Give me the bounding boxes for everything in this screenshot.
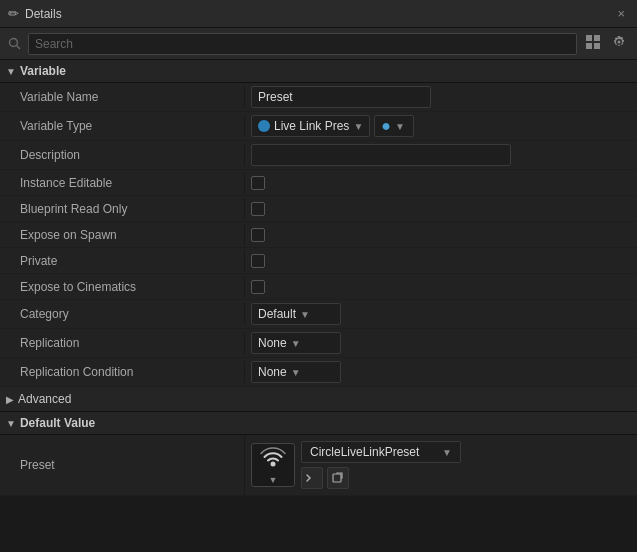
- instance-editable-row: Instance Editable: [0, 170, 637, 196]
- variable-type-value: Live Link Pres ▼ ● ▼: [245, 112, 637, 140]
- preset-dropdown-text: CircleLiveLinkPreset: [310, 445, 419, 459]
- replication-condition-dropdown[interactable]: None ▼: [251, 361, 341, 383]
- description-row: Description: [0, 141, 637, 170]
- search-icon: [8, 37, 22, 51]
- panel-title: Details: [25, 7, 613, 21]
- advanced-section-label: Advanced: [18, 392, 71, 406]
- expose-cinematics-label: Expose to Cinematics: [0, 276, 245, 298]
- replication-condition-dropdown-arrow-icon: ▼: [291, 367, 301, 378]
- default-value-arrow-icon: ▼: [6, 418, 16, 429]
- browse-preset-button[interactable]: [301, 467, 323, 489]
- arrow-down-icon: ▼: [269, 475, 278, 485]
- variable-name-row: Variable Name: [0, 83, 637, 112]
- preset-value: ▼ CircleLiveLinkPreset ▼: [245, 435, 637, 495]
- blueprint-readonly-checkbox[interactable]: [251, 202, 265, 216]
- variable-type-label: Variable Type: [0, 115, 245, 137]
- open-preset-button[interactable]: [327, 467, 349, 489]
- preset-controls: CircleLiveLinkPreset ▼: [301, 441, 461, 489]
- private-label: Private: [0, 250, 245, 272]
- private-checkbox[interactable]: [251, 254, 265, 268]
- expose-cinematics-row: Expose to Cinematics: [0, 274, 637, 300]
- preset-action-row: [301, 467, 461, 489]
- variable-name-value: [245, 83, 637, 111]
- expose-cinematics-checkbox[interactable]: [251, 280, 265, 294]
- instance-editable-label: Instance Editable: [0, 172, 245, 194]
- preset-label: Preset: [0, 435, 245, 495]
- default-value-section-label: Default Value: [20, 416, 95, 430]
- category-dropdown-arrow-icon: ▼: [300, 309, 310, 320]
- search-bar: [0, 28, 637, 60]
- expose-cinematics-value: [245, 277, 637, 297]
- svg-rect-3: [594, 35, 600, 41]
- replication-condition-dropdown-text: None: [258, 365, 287, 379]
- private-value: [245, 251, 637, 271]
- replication-dropdown[interactable]: None ▼: [251, 332, 341, 354]
- signal-icon: [259, 446, 287, 474]
- advanced-arrow-icon: ▶: [6, 394, 14, 405]
- replication-dropdown-arrow-icon: ▼: [291, 338, 301, 349]
- variable-name-label: Variable Name: [0, 86, 245, 108]
- instance-editable-checkbox[interactable]: [251, 176, 265, 190]
- replication-condition-row: Replication Condition None ▼: [0, 358, 637, 387]
- blueprint-readonly-label: Blueprint Read Only: [0, 198, 245, 220]
- default-value-section-header[interactable]: ▼ Default Value: [0, 412, 637, 435]
- settings-icon[interactable]: [609, 32, 629, 55]
- svg-point-6: [271, 461, 276, 466]
- open-icon: [331, 471, 345, 485]
- description-value: [245, 141, 637, 169]
- preset-row: Preset ▼ CircleLiveLinkPreset ▼: [0, 435, 637, 496]
- svg-rect-2: [586, 35, 592, 41]
- type-dropdown-label: Live Link Pres: [274, 119, 349, 133]
- replication-condition-label: Replication Condition: [0, 361, 245, 383]
- type-extra-icon: ●: [381, 117, 391, 135]
- variable-type-dropdown[interactable]: Live Link Pres ▼: [251, 115, 370, 137]
- category-label: Category: [0, 303, 245, 325]
- advanced-section-header[interactable]: ▶ Advanced: [0, 387, 637, 412]
- pencil-icon: ✏: [8, 6, 19, 21]
- category-value: Default ▼: [245, 300, 637, 328]
- content-area: ▼ Variable Variable Name Variable Type L…: [0, 60, 637, 552]
- svg-line-1: [17, 45, 21, 49]
- variable-type-extra-dropdown[interactable]: ● ▼: [374, 115, 414, 137]
- preset-dropdown-arrow-icon: ▼: [442, 447, 452, 458]
- type-dropdown-arrow-icon: ▼: [353, 121, 363, 132]
- type-color-icon: [258, 120, 270, 132]
- variable-section-label: Variable: [20, 64, 66, 78]
- private-row: Private: [0, 248, 637, 274]
- blueprint-readonly-value: [245, 199, 637, 219]
- category-row: Category Default ▼: [0, 300, 637, 329]
- description-input[interactable]: [251, 144, 511, 166]
- replication-dropdown-text: None: [258, 336, 287, 350]
- blueprint-readonly-row: Blueprint Read Only: [0, 196, 637, 222]
- expose-spawn-label: Expose on Spawn: [0, 224, 245, 246]
- close-button[interactable]: ×: [613, 4, 629, 23]
- variable-section-header[interactable]: ▼ Variable: [0, 60, 637, 83]
- browse-icon: [305, 471, 319, 485]
- expose-spawn-checkbox[interactable]: [251, 228, 265, 242]
- search-input[interactable]: [28, 33, 577, 55]
- description-label: Description: [0, 144, 245, 166]
- expose-spawn-row: Expose on Spawn: [0, 222, 637, 248]
- replication-value: None ▼: [245, 329, 637, 357]
- expose-spawn-value: [245, 225, 637, 245]
- svg-rect-7: [333, 474, 341, 482]
- preset-dropdown[interactable]: CircleLiveLinkPreset ▼: [301, 441, 461, 463]
- svg-point-0: [10, 38, 18, 46]
- grid-icon[interactable]: [583, 32, 603, 55]
- variable-arrow-icon: ▼: [6, 66, 16, 77]
- category-dropdown[interactable]: Default ▼: [251, 303, 341, 325]
- svg-rect-4: [586, 43, 592, 49]
- variable-type-row: Variable Type Live Link Pres ▼ ● ▼: [0, 112, 637, 141]
- instance-editable-value: [245, 173, 637, 193]
- live-link-icon-button[interactable]: ▼: [251, 443, 295, 487]
- title-bar: ✏ Details ×: [0, 0, 637, 28]
- type-extra-arrow-icon: ▼: [395, 121, 405, 132]
- replication-row: Replication None ▼: [0, 329, 637, 358]
- preset-dropdown-row: CircleLiveLinkPreset ▼: [301, 441, 461, 463]
- replication-condition-value: None ▼: [245, 358, 637, 386]
- replication-label: Replication: [0, 332, 245, 354]
- category-dropdown-text: Default: [258, 307, 296, 321]
- svg-rect-5: [594, 43, 600, 49]
- variable-name-input[interactable]: [251, 86, 431, 108]
